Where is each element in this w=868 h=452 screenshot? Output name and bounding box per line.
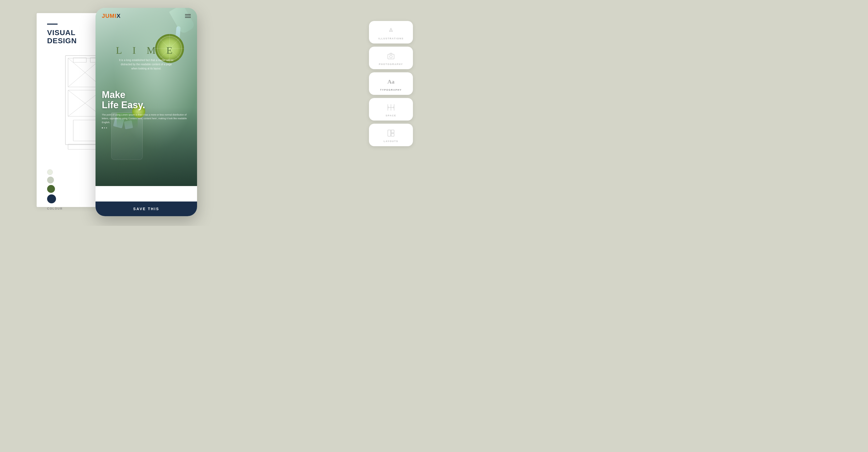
- svg-rect-14: [73, 58, 86, 62]
- typography-icon: Aa: [386, 77, 396, 86]
- hero-section: L I M E It is a long established fact th…: [95, 8, 197, 201]
- make-life-easy-body: The point of using Lorem Ipsum is that i…: [102, 113, 191, 124]
- swatch-2: [47, 177, 54, 183]
- swatch-4: [47, 194, 56, 203]
- typography-label: TYPOGRAPHY: [380, 89, 402, 91]
- phone-header: JUMIX: [95, 8, 197, 23]
- make-life-easy-title: MakeLife Easy.: [102, 90, 191, 110]
- accent-bar: [47, 24, 58, 25]
- lime-title: L I M E: [95, 45, 197, 56]
- layouts-label: LAYOUTS: [384, 140, 398, 143]
- menu-card-layouts[interactable]: LAYOUTS: [369, 124, 413, 146]
- phone-logo: JUMIX: [102, 12, 121, 19]
- dot-3: [106, 128, 107, 129]
- svg-rect-12: [73, 120, 97, 141]
- menu-card-illustrations[interactable]: ILLUSTRATIONS: [369, 21, 413, 44]
- swatch-1: [47, 169, 53, 175]
- lime-description: It is a long established fact that a rea…: [95, 58, 197, 71]
- svg-point-18: [390, 55, 392, 58]
- dots-indicator: [102, 128, 191, 129]
- colour-label: COLOUR: [47, 207, 63, 210]
- svg-rect-23: [388, 130, 391, 136]
- illustrations-icon: [386, 26, 396, 35]
- menu-card-space[interactable]: SPACE: [369, 98, 413, 120]
- photography-icon: [386, 51, 396, 61]
- swatch-3: [47, 185, 55, 193]
- logo-x: X: [117, 12, 121, 19]
- dot-1: [102, 128, 103, 129]
- menu-card-photography[interactable]: PHOTOGRAPHY: [369, 47, 413, 69]
- hamburger-icon[interactable]: [185, 14, 191, 18]
- space-icon: [386, 103, 396, 112]
- svg-rect-24: [391, 130, 394, 133]
- save-this-button[interactable]: SAVE THIS: [95, 201, 197, 216]
- space-label: SPACE: [386, 114, 396, 117]
- hero-bg: L I M E It is a long established fact th…: [95, 8, 197, 186]
- menu-card-typography[interactable]: Aa TYPOGRAPHY: [369, 72, 413, 95]
- make-life-easy: MakeLife Easy. The point of using Lorem …: [102, 90, 191, 129]
- phone-mockup: JUMIX: [95, 8, 197, 216]
- scene: VISUAL DESIGN: [0, 0, 434, 226]
- dot-2: [104, 128, 105, 129]
- svg-point-16: [390, 29, 392, 31]
- svg-rect-17: [388, 54, 394, 59]
- photography-label: PHOTOGRAPHY: [379, 63, 403, 65]
- svg-rect-25: [391, 133, 394, 136]
- lime-text-overlay: L I M E It is a long established fact th…: [95, 45, 197, 71]
- typography-aa: Aa: [388, 78, 395, 85]
- logo-jumi: JUMI: [102, 12, 117, 19]
- illustrations-label: ILLUSTRATIONS: [378, 37, 404, 40]
- layouts-icon: [386, 129, 396, 138]
- right-menu: ILLUSTRATIONS PHOTOGRAPHY Aa TYPOGRAPHY: [369, 21, 413, 146]
